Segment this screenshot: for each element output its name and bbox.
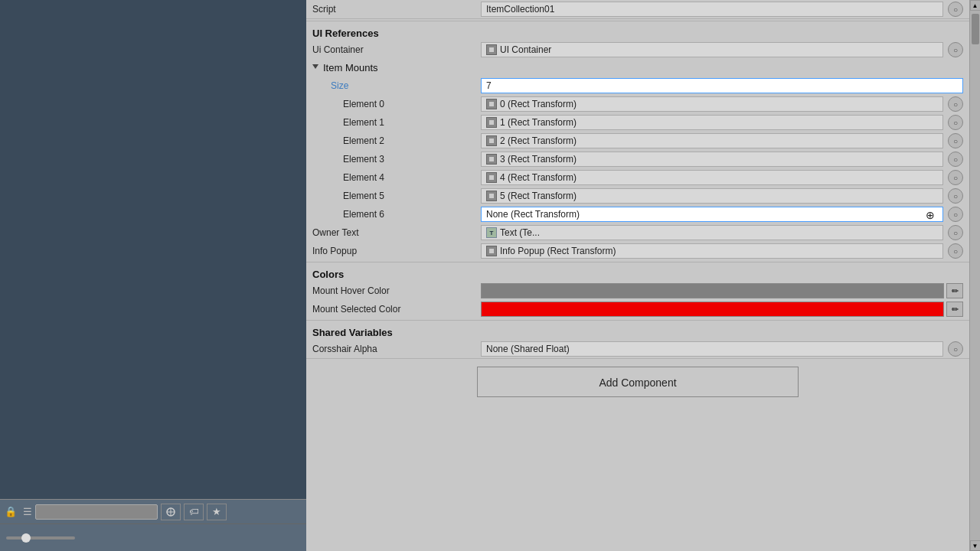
mount-selected-swatch[interactable]	[481, 302, 944, 317]
owner-text-field: TText (Te...	[481, 225, 943, 240]
add-component-area: Add Component	[306, 358, 969, 405]
script-value-container: ItemCollection01 ○	[481, 2, 963, 17]
info-popup-row: Info Popup Info Popup (Rect Transform) ○	[306, 242, 969, 260]
ui-container-field: UI Container	[481, 42, 943, 57]
info-popup-field: Info Popup (Rect Transform)	[481, 243, 943, 259]
element-6-row: Element 6 None (Rect Transform) ⊕ ○	[306, 205, 969, 223]
size-row: Size 7	[306, 77, 969, 95]
element-2-label: Element 2	[312, 135, 481, 146]
element-2-circle-btn[interactable]: ○	[948, 133, 963, 148]
element-4-label: Element 4	[312, 172, 481, 183]
element-5-label: Element 5	[312, 191, 481, 201]
ui-container-value: UI Container	[500, 44, 551, 55]
scroll-track[interactable]	[972, 11, 979, 540]
mount-hover-value-container: ✏	[481, 283, 963, 298]
crosshair-alpha-circle-btn[interactable]: ○	[948, 341, 963, 357]
element-3-field: 3 (Rect Transform)	[481, 152, 943, 167]
element-0-value: 0 (Rect Transform)	[500, 99, 577, 109]
ui-container-value-container: UI Container ○	[481, 42, 963, 57]
crosshair-alpha-label: Corsshair Alpha	[312, 344, 481, 354]
scroll-up-arrow[interactable]: ▲	[970, 0, 981, 11]
owner-text-row: Owner Text TText (Te... ○	[306, 223, 969, 242]
ui-container-icon	[486, 44, 497, 55]
owner-text-circle-btn[interactable]: ○	[948, 225, 963, 240]
element-6-field[interactable]: None (Rect Transform) ⊕	[481, 207, 943, 222]
mount-hover-eyedropper[interactable]: ✏	[946, 283, 963, 298]
owner-text-value-container: TText (Te... ○	[481, 225, 963, 240]
element-0-field: 0 (Rect Transform)	[481, 96, 943, 112]
item-mounts-triangle	[312, 64, 318, 72]
script-field: ItemCollection01	[481, 2, 943, 17]
zoom-thumb[interactable]	[21, 533, 31, 543]
element-4-circle-btn[interactable]: ○	[948, 170, 963, 185]
script-row: Script ItemCollection01 ○	[306, 0, 969, 19]
element-6-value: None (Rect Transform)	[486, 209, 580, 220]
info-popup-icon	[486, 246, 497, 256]
shared-variables-header: Shared Variables	[306, 322, 969, 340]
element-3-circle-btn[interactable]: ○	[948, 152, 963, 167]
main-content: Script ItemCollection01 ○ UI References …	[306, 0, 980, 551]
tag-btn[interactable]: 🏷	[184, 504, 204, 520]
left-panel: 🔒 ☰ 🏷 ★	[0, 0, 306, 551]
scroll-thumb[interactable]	[972, 14, 979, 44]
element-4-value-container: 4 (Rect Transform) ○	[481, 170, 963, 185]
scroll-down-arrow[interactable]: ▼	[970, 540, 981, 551]
element-5-value: 5 (Rect Transform)	[500, 191, 577, 201]
mount-hover-swatch[interactable]	[481, 283, 944, 298]
element-3-row: Element 3 3 (Rect Transform) ○	[306, 150, 969, 168]
mount-selected-eyedropper[interactable]: ✏	[946, 302, 963, 317]
element-1-value: 1 (Rect Transform)	[500, 117, 577, 128]
add-component-button[interactable]: Add Component	[477, 367, 799, 397]
element-6-label: Element 6	[312, 209, 481, 220]
info-popup-circle-btn[interactable]: ○	[948, 243, 963, 259]
left-bottom	[0, 523, 306, 551]
scene-view	[0, 0, 306, 499]
element-1-label: Element 1	[312, 117, 481, 128]
element-6-circle-btn[interactable]: ○	[948, 207, 963, 222]
element-0-icon	[486, 99, 497, 109]
item-mounts-header[interactable]: Item Mounts	[306, 59, 969, 77]
mount-selected-label: Mount Selected Color	[312, 304, 481, 315]
element-4-icon	[486, 172, 497, 183]
element-2-field: 2 (Rect Transform)	[481, 133, 943, 148]
element-0-circle-btn[interactable]: ○	[948, 96, 963, 112]
ui-references-header: UI References	[306, 23, 969, 41]
inspector-panel: Script ItemCollection01 ○ UI References …	[306, 0, 980, 551]
crosshair-alpha-field: None (Shared Float)	[481, 341, 943, 357]
star-btn[interactable]: ★	[207, 504, 227, 520]
element-5-circle-btn[interactable]: ○	[948, 188, 963, 204]
element-4-value: 4 (Rect Transform)	[500, 172, 577, 183]
element-0-label: Element 0	[312, 99, 481, 109]
crosshair-alpha-row: Corsshair Alpha None (Shared Float) ○	[306, 340, 969, 358]
element-5-icon	[486, 191, 497, 201]
element-2-icon	[486, 135, 497, 146]
element-6-value-container: None (Rect Transform) ⊕ ○	[481, 207, 963, 222]
ui-container-circle-btn[interactable]: ○	[948, 42, 963, 57]
drag-cursor-icon: ⊕	[926, 209, 935, 221]
zoom-slider[interactable]	[6, 536, 75, 540]
lock-icon: 🔒	[5, 506, 17, 517]
element-2-value: 2 (Rect Transform)	[500, 135, 577, 146]
info-popup-value: Info Popup (Rect Transform)	[500, 246, 616, 256]
size-field[interactable]: 7	[481, 78, 963, 93]
divider-2	[306, 262, 969, 262]
element-0-row: Element 0 0 (Rect Transform) ○	[306, 95, 969, 113]
inspector-scroll-area[interactable]: Script ItemCollection01 ○ UI References …	[306, 0, 969, 551]
element-3-label: Element 3	[312, 154, 481, 165]
ui-container-label: Ui Container	[312, 44, 481, 55]
left-toolbar: 🔒 ☰ 🏷 ★	[0, 499, 306, 523]
element-4-field: 4 (Rect Transform)	[481, 170, 943, 185]
script-circle-btn[interactable]: ○	[948, 2, 963, 17]
element-1-circle-btn[interactable]: ○	[948, 115, 963, 130]
owner-text-label: Owner Text	[312, 227, 481, 238]
scrollbar[interactable]: ▲ ▼	[969, 0, 980, 551]
element-5-row: Element 5 5 (Rect Transform) ○	[306, 187, 969, 205]
scene-btn[interactable]	[161, 504, 181, 520]
crosshair-alpha-value: None (Shared Float)	[486, 344, 570, 354]
element-4-row: Element 4 4 (Rect Transform) ○	[306, 168, 969, 187]
element-5-value-container: 5 (Rect Transform) ○	[481, 188, 963, 204]
size-label: Size	[312, 80, 481, 91]
mount-hover-label: Mount Hover Color	[312, 285, 481, 296]
size-value: 7	[486, 80, 492, 91]
search-input[interactable]	[35, 504, 158, 520]
